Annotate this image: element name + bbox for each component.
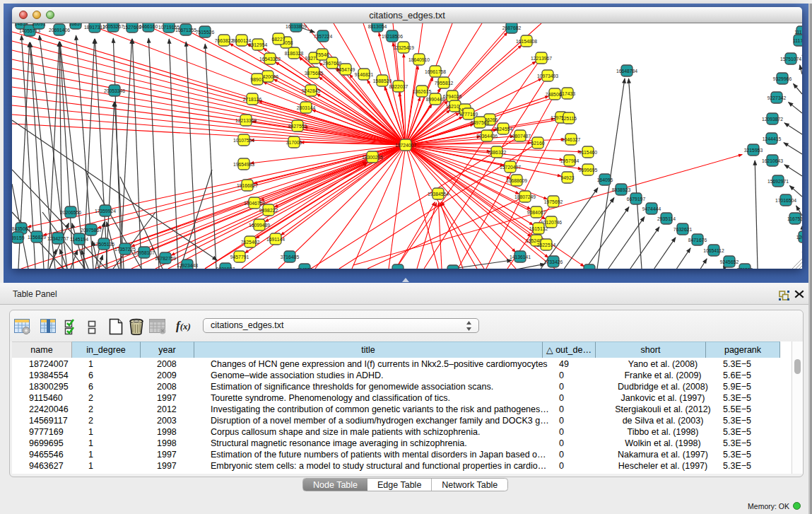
svg-text:7515526: 7515526 — [196, 30, 215, 35]
svg-text:11174: 11174 — [793, 38, 802, 43]
svg-text:16154808: 16154808 — [516, 39, 537, 44]
svg-text:941506: 941506 — [582, 268, 598, 269]
svg-text:1975692: 1975692 — [544, 199, 563, 204]
svg-text:16671355: 16671355 — [175, 28, 196, 33]
svg-text:9031937: 9031937 — [216, 267, 235, 269]
svg-text:15692971: 15692971 — [767, 179, 789, 184]
svg-text:8322037: 8322037 — [389, 84, 408, 89]
svg-text:19166827: 19166827 — [237, 183, 258, 188]
svg-text:18724007: 18724007 — [395, 143, 416, 148]
svg-text:1957984: 1957984 — [560, 158, 579, 163]
svg-text:14136141: 14136141 — [510, 255, 531, 259]
svg-text:8435061: 8435061 — [12, 226, 30, 231]
svg-text:8454749: 8454749 — [336, 67, 355, 72]
svg-text:1691144: 1691144 — [266, 237, 285, 242]
svg-text:8938923: 8938923 — [612, 187, 631, 192]
svg-text:8427552: 8427552 — [288, 124, 307, 129]
svg-text:7625402: 7625402 — [241, 240, 260, 245]
svg-text:16210643: 16210643 — [762, 158, 783, 163]
svg-text:317006: 317006 — [286, 140, 302, 145]
svg-text:19218506: 19218506 — [382, 34, 403, 39]
svg-text:9498222: 9498222 — [259, 208, 278, 213]
svg-text:6466160: 6466160 — [139, 24, 158, 29]
svg-text:7663822: 7663822 — [215, 38, 234, 43]
svg-text:19384554: 19384554 — [428, 192, 449, 197]
svg-text:8813054: 8813054 — [368, 24, 387, 29]
svg-text:1362615: 1362615 — [413, 89, 432, 94]
svg-text:10973493: 10973493 — [537, 74, 558, 78]
svg-text:8912954: 8912954 — [249, 42, 268, 47]
svg-text:7357224: 7357224 — [314, 34, 333, 39]
svg-text:16053267: 16053267 — [102, 24, 124, 29]
svg-text:16033809: 16033809 — [286, 24, 307, 29]
svg-text:12325419: 12325419 — [393, 45, 414, 50]
svg-text:104126: 104126 — [445, 269, 461, 269]
svg-text:15720407: 15720407 — [500, 165, 521, 170]
svg-text:16099489: 16099489 — [249, 223, 270, 228]
svg-text:1145194: 1145194 — [70, 237, 88, 242]
svg-text:94923: 94923 — [561, 175, 575, 180]
svg-text:16961758: 16961758 — [425, 69, 446, 74]
svg-text:9245652: 9245652 — [720, 259, 739, 264]
svg-text:9699695: 9699695 — [579, 168, 598, 173]
svg-text:7955812: 7955812 — [435, 81, 454, 86]
svg-text:18300295: 18300295 — [362, 155, 383, 160]
svg-text:12213967: 12213967 — [531, 56, 552, 61]
svg-text:18640910: 18640910 — [408, 57, 430, 62]
svg-text:10107554: 10107554 — [233, 138, 254, 143]
svg-text:1588520: 1588520 — [373, 78, 392, 83]
svg-text:20091: 20091 — [33, 23, 46, 26]
svg-text:12923448: 12923448 — [177, 263, 198, 268]
svg-text:120571: 120571 — [796, 235, 802, 240]
svg-text:1046327: 1046327 — [562, 137, 581, 142]
svg-text:16543362: 16543362 — [259, 57, 281, 62]
svg-text:12342757: 12342757 — [47, 236, 69, 241]
svg-text:20053346: 20053346 — [104, 88, 125, 93]
svg-text:9474444: 9474444 — [642, 206, 661, 211]
svg-text:75546: 75546 — [316, 52, 329, 57]
svg-text:6497568: 6497568 — [471, 120, 490, 125]
svg-text:68227: 68227 — [272, 37, 286, 42]
svg-text:976302: 976302 — [737, 267, 753, 269]
svg-text:12213369: 12213369 — [235, 118, 257, 123]
svg-text:16782759: 16782759 — [155, 256, 176, 261]
svg-text:125115: 125115 — [561, 116, 577, 121]
svg-text:116753: 116753 — [787, 216, 802, 221]
svg-text:6794028: 6794028 — [443, 94, 462, 99]
svg-text:98901: 98901 — [251, 77, 264, 82]
svg-text:15751074: 15751074 — [780, 57, 801, 62]
svg-text:10807487: 10807487 — [510, 134, 531, 139]
svg-text:7632621: 7632621 — [673, 227, 693, 232]
svg-text:1244415: 1244415 — [763, 136, 782, 141]
svg-text:16857: 16857 — [69, 23, 83, 26]
svg-text:154816: 154816 — [390, 268, 406, 269]
svg-text:9146821: 9146821 — [355, 72, 374, 77]
svg-text:17359924: 17359924 — [95, 209, 116, 214]
svg-text:164095: 164095 — [597, 177, 613, 182]
svg-text:17016504: 17016504 — [775, 198, 796, 203]
svg-text:12093872: 12093872 — [762, 117, 783, 122]
svg-text:3824554: 3824554 — [494, 127, 513, 132]
svg-text:9777169: 9777169 — [459, 112, 478, 117]
svg-text:9084067: 9084067 — [527, 210, 546, 215]
svg-text:111746: 111746 — [794, 30, 802, 35]
svg-text:16648784: 16648784 — [616, 69, 637, 74]
svg-text:8471676: 8471676 — [688, 238, 707, 243]
svg-text:6679197: 6679197 — [627, 197, 646, 201]
svg-text:8990448: 8990448 — [426, 97, 445, 102]
svg-text:7386322: 7386322 — [488, 150, 507, 155]
svg-text:20364436: 20364436 — [476, 134, 498, 139]
svg-text:764521: 764521 — [297, 267, 313, 269]
svg-text:39159: 39159 — [12, 235, 25, 240]
svg-text:10046758: 10046758 — [244, 201, 265, 206]
svg-text:2935114: 2935114 — [657, 216, 676, 221]
svg-text:20206556: 20206556 — [60, 210, 81, 215]
svg-text:9115460: 9115460 — [579, 150, 597, 155]
svg-text:9457791: 9457791 — [230, 255, 249, 259]
svg-text:19654983: 19654983 — [233, 162, 254, 167]
svg-text:3875685: 3875685 — [305, 71, 324, 76]
svg-text:18807249: 18807249 — [514, 194, 536, 199]
svg-text:9227342: 9227342 — [767, 95, 787, 100]
svg-text:10654112: 10654112 — [703, 248, 724, 253]
svg-text:10688609: 10688609 — [506, 178, 527, 183]
